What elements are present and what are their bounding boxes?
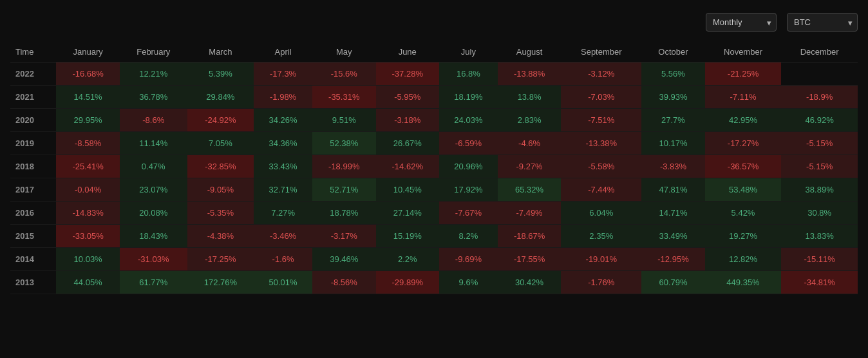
value-cell: 10.03% <box>56 248 119 271</box>
value-cell: 19.27% <box>705 225 782 248</box>
value-cell: -5.15% <box>781 155 858 178</box>
value-cell: 13.8% <box>498 86 561 109</box>
value-cell: 449.35% <box>705 271 782 294</box>
value-cell: -7.11% <box>705 86 782 109</box>
value-cell: 27.14% <box>376 202 439 225</box>
value-cell: -24.92% <box>187 109 254 132</box>
value-cell: -4.38% <box>187 225 254 248</box>
value-cell: 30.8% <box>781 202 858 225</box>
value-cell: -3.46% <box>254 225 312 248</box>
value-cell: -3.18% <box>376 109 439 132</box>
value-cell: 47.81% <box>641 178 704 202</box>
type-select[interactable]: Monthly Weekly Daily <box>706 13 777 32</box>
header: Monthly Weekly Daily BTC ETH SOL <box>10 10 858 32</box>
value-cell: -12.95% <box>641 248 704 271</box>
year-cell: 2016 <box>10 202 56 225</box>
value-cell: 42.95% <box>705 109 782 132</box>
value-cell: 14.71% <box>641 202 704 225</box>
type-control: Monthly Weekly Daily <box>706 10 777 32</box>
value-cell: 18.19% <box>439 86 498 109</box>
value-cell: -0.04% <box>56 178 119 202</box>
value-cell: -8.58% <box>56 132 119 155</box>
col-header-november: November <box>705 42 782 62</box>
value-cell: 20.08% <box>120 202 187 225</box>
controls: Monthly Weekly Daily BTC ETH SOL <box>706 10 858 32</box>
value-cell: -18.67% <box>498 225 561 248</box>
col-header-october: October <box>641 42 704 62</box>
value-cell: 34.26% <box>254 109 312 132</box>
table-row: 201410.03%-31.03%-17.25%-1.6%39.46%2.2%-… <box>10 248 858 271</box>
value-cell: -5.35% <box>187 202 254 225</box>
symbol-select[interactable]: BTC ETH SOL <box>787 13 858 32</box>
value-cell: 5.39% <box>187 62 254 86</box>
value-cell: -33.05% <box>56 225 119 248</box>
value-cell: -3.12% <box>561 62 641 86</box>
col-header-february: February <box>120 42 187 62</box>
value-cell: -21.25% <box>705 62 782 86</box>
year-cell: 2017 <box>10 178 56 202</box>
value-cell: -37.28% <box>376 62 439 86</box>
value-cell: 53.48% <box>705 178 782 202</box>
value-cell: -15.11% <box>781 248 858 271</box>
value-cell: -7.49% <box>498 202 561 225</box>
col-header-september: September <box>561 42 641 62</box>
value-cell: 33.49% <box>641 225 704 248</box>
value-cell: 2.35% <box>561 225 641 248</box>
value-cell: 38.89% <box>781 178 858 202</box>
table-row: 202114.51%36.78%29.84%-1.98%-35.31%-5.95… <box>10 86 858 109</box>
value-cell: 46.92% <box>781 109 858 132</box>
value-cell: 52.38% <box>312 132 375 155</box>
value-cell: 8.2% <box>439 225 498 248</box>
value-cell: 18.43% <box>120 225 187 248</box>
value-cell: -13.88% <box>498 62 561 86</box>
type-select-wrapper[interactable]: Monthly Weekly Daily <box>706 13 777 32</box>
symbol-control: BTC ETH SOL <box>787 10 858 32</box>
value-cell: 15.19% <box>376 225 439 248</box>
value-cell: 24.03% <box>439 109 498 132</box>
value-cell: -7.51% <box>561 109 641 132</box>
value-cell: -13.38% <box>561 132 641 155</box>
value-cell: 9.51% <box>312 109 375 132</box>
value-cell: -4.6% <box>498 132 561 155</box>
value-cell: 29.95% <box>56 109 119 132</box>
col-header-january: January <box>56 42 119 62</box>
value-cell: -35.31% <box>312 86 375 109</box>
value-cell: 50.01% <box>254 271 312 294</box>
value-cell: 52.71% <box>312 178 375 202</box>
year-cell: 2018 <box>10 155 56 178</box>
col-header-time: Time <box>10 42 56 62</box>
value-cell: -7.67% <box>439 202 498 225</box>
value-cell: -1.76% <box>561 271 641 294</box>
year-cell: 2013 <box>10 271 56 294</box>
table-header-row: TimeJanuaryFebruaryMarchAprilMayJuneJuly… <box>10 42 858 62</box>
value-cell: -14.83% <box>56 202 119 225</box>
year-cell: 2015 <box>10 225 56 248</box>
value-cell: 12.21% <box>120 62 187 86</box>
table-row: 2019-8.58%11.14%7.05%34.36%52.38%26.67%-… <box>10 132 858 155</box>
value-cell: 65.32% <box>498 178 561 202</box>
value-cell: 10.45% <box>376 178 439 202</box>
value-cell: -19.01% <box>561 248 641 271</box>
symbol-select-wrapper[interactable]: BTC ETH SOL <box>787 13 858 32</box>
value-cell: 39.93% <box>641 86 704 109</box>
value-cell: -9.27% <box>498 155 561 178</box>
value-cell: -18.9% <box>781 86 858 109</box>
value-cell: 5.56% <box>641 62 704 86</box>
year-cell: 2022 <box>10 62 56 86</box>
value-cell: -9.05% <box>187 178 254 202</box>
col-header-august: August <box>498 42 561 62</box>
value-cell: -14.62% <box>376 155 439 178</box>
value-cell: 26.67% <box>376 132 439 155</box>
value-cell: 5.42% <box>705 202 782 225</box>
value-cell: 39.46% <box>312 248 375 271</box>
col-header-april: April <box>254 42 312 62</box>
value-cell: 18.78% <box>312 202 375 225</box>
value-cell: 2.83% <box>498 109 561 132</box>
value-cell: 12.82% <box>705 248 782 271</box>
table-row: 202029.95%-8.6%-24.92%34.26%9.51%-3.18%2… <box>10 109 858 132</box>
value-cell: 172.76% <box>187 271 254 294</box>
table-row: 2016-14.83%20.08%-5.35%7.27%18.78%27.14%… <box>10 202 858 225</box>
value-cell: -17.55% <box>498 248 561 271</box>
value-cell: 14.51% <box>56 86 119 109</box>
value-cell: -1.98% <box>254 86 312 109</box>
